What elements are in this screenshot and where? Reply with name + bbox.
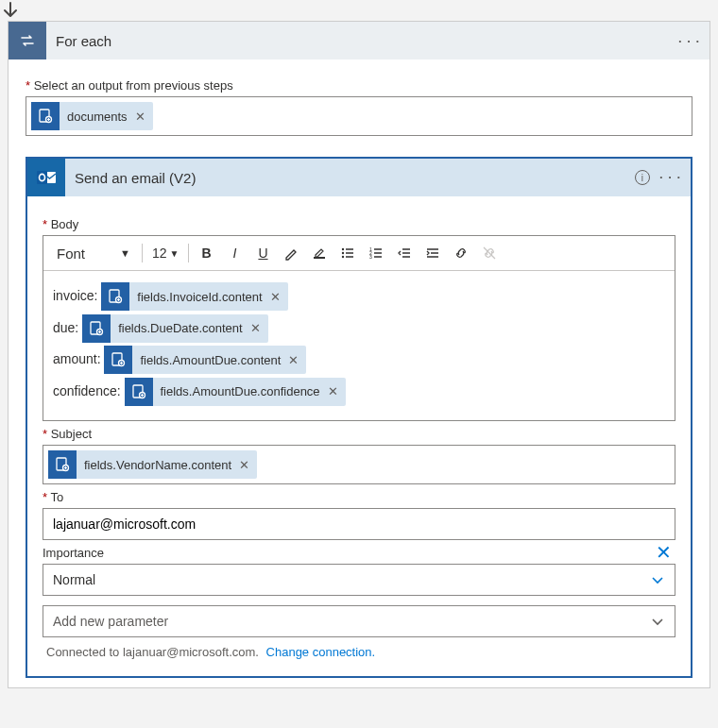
dynamic-content-icon <box>31 102 60 130</box>
token-remove-icon[interactable]: ✕ <box>133 110 153 124</box>
font-color-button[interactable] <box>280 242 302 264</box>
toolbar-divider <box>142 244 143 262</box>
to-input[interactable] <box>43 508 675 540</box>
dynamic-content-icon <box>48 450 77 479</box>
indent-button[interactable] <box>421 242 444 264</box>
font-size-select[interactable]: 12 ▼ <box>148 242 182 264</box>
foreach-menu-button[interactable]: · · · <box>678 34 700 48</box>
unlink-button[interactable] <box>478 242 501 264</box>
change-connection-link[interactable]: Change connection. <box>266 645 376 659</box>
foreach-body: Select an output from previous steps doc… <box>9 59 709 687</box>
token-remove-icon[interactable]: ✕ <box>237 458 257 472</box>
body-content[interactable]: invoice: fields.InvoiceId.content ✕ due: <box>43 270 675 420</box>
chevron-down-icon: ▼ <box>120 247 130 259</box>
body-line-prefix: invoice: <box>53 288 101 303</box>
svg-point-6 <box>342 248 344 250</box>
body-label: Body <box>43 217 675 231</box>
body-toolbar: Font ▼ 12 ▼ B I U <box>43 236 675 270</box>
sendemail-menu-button[interactable]: · · · <box>659 170 681 185</box>
foreach-title: For each <box>46 33 669 49</box>
sendemail-header[interactable]: Send an email (V2) i · · · <box>27 159 691 196</box>
numbered-list-button[interactable]: 123 <box>365 242 387 264</box>
chevron-down-icon <box>650 614 665 629</box>
subject-input[interactable]: fields.VendorName.content ✕ <box>43 445 675 484</box>
add-parameter-placeholder: Add new parameter <box>53 614 168 629</box>
importance-value: Normal <box>53 572 95 587</box>
svg-text:3: 3 <box>369 254 372 260</box>
bullet-list-button[interactable] <box>336 242 359 264</box>
body-line-prefix: due: <box>53 320 82 335</box>
foreach-header[interactable]: For each · · · <box>9 22 709 59</box>
token-duedate[interactable]: fields.DueDate.content ✕ <box>82 314 268 343</box>
svg-point-8 <box>342 256 344 258</box>
token-label: fields.AmountDue.content <box>132 346 286 375</box>
dynamic-content-icon <box>125 378 153 406</box>
loop-icon <box>9 22 46 59</box>
chevron-down-icon <box>650 572 665 587</box>
connection-status: Connected to lajanuar@microsoft.com. Cha… <box>43 637 675 661</box>
importance-label: Importance <box>43 546 104 560</box>
body-line-prefix: amount: <box>53 351 104 366</box>
dynamic-content-icon <box>101 282 129 311</box>
body-editor: Font ▼ 12 ▼ B I U <box>43 235 675 421</box>
sendemail-card: Send an email (V2) i · · · Body Font ▼ <box>26 157 692 678</box>
outdent-button[interactable] <box>393 242 416 264</box>
token-vendorname[interactable]: fields.VendorName.content ✕ <box>48 450 257 479</box>
importance-select[interactable]: Normal <box>43 564 675 596</box>
highlight-button[interactable] <box>308 242 331 264</box>
connection-text: Connected to lajanuar@microsoft.com. <box>46 645 259 659</box>
token-label: fields.InvoiceId.content <box>129 282 267 312</box>
foreach-output-input[interactable]: documents ✕ <box>26 96 692 136</box>
token-remove-icon[interactable]: ✕ <box>326 377 346 406</box>
token-documents[interactable]: documents ✕ <box>31 102 153 130</box>
token-label: fields.DueDate.content <box>111 313 248 343</box>
remove-importance-button[interactable]: ✕ <box>652 541 675 564</box>
link-button[interactable] <box>450 242 472 264</box>
svg-rect-3 <box>37 171 47 184</box>
token-label: fields.VendorName.content <box>77 458 237 472</box>
to-label: To <box>43 490 675 504</box>
subject-label: Subject <box>43 427 675 441</box>
font-family-label: Font <box>57 245 85 262</box>
token-confidence[interactable]: fields.AmountDue.confidence ✕ <box>125 378 346 406</box>
foreach-card: For each · · · Select an output from pre… <box>8 21 710 688</box>
sendemail-title: Send an email (V2) <box>65 170 625 186</box>
font-family-select[interactable]: Font ▼ <box>51 242 136 264</box>
toolbar-divider <box>188 244 189 262</box>
bold-button[interactable]: B <box>195 242 217 264</box>
chevron-down-icon: ▼ <box>170 248 180 259</box>
underline-button[interactable]: U <box>251 242 274 264</box>
svg-point-7 <box>342 252 344 254</box>
token-amountdue[interactable]: fields.AmountDue.content ✕ <box>104 346 306 374</box>
token-label: documents <box>60 110 133 124</box>
outlook-icon <box>27 159 65 196</box>
foreach-output-label: Select an output from previous steps <box>26 78 692 93</box>
token-invoiceid[interactable]: fields.InvoiceId.content ✕ <box>101 282 287 311</box>
add-parameter-select[interactable]: Add new parameter <box>43 605 675 637</box>
token-remove-icon[interactable]: ✕ <box>248 313 268 343</box>
token-remove-icon[interactable]: ✕ <box>286 346 306 375</box>
token-label: fields.AmountDue.confidence <box>153 377 326 406</box>
dynamic-content-icon <box>104 346 132 374</box>
font-size-label: 12 <box>152 245 167 261</box>
body-line-prefix: confidence: <box>53 383 125 398</box>
italic-button[interactable]: I <box>223 242 246 264</box>
info-icon[interactable]: i <box>635 170 650 185</box>
sendemail-body: Body Font ▼ 12 ▼ <box>27 196 691 676</box>
connector-arrow-icon <box>0 0 718 21</box>
dynamic-content-icon <box>82 314 111 343</box>
token-remove-icon[interactable]: ✕ <box>268 282 288 312</box>
